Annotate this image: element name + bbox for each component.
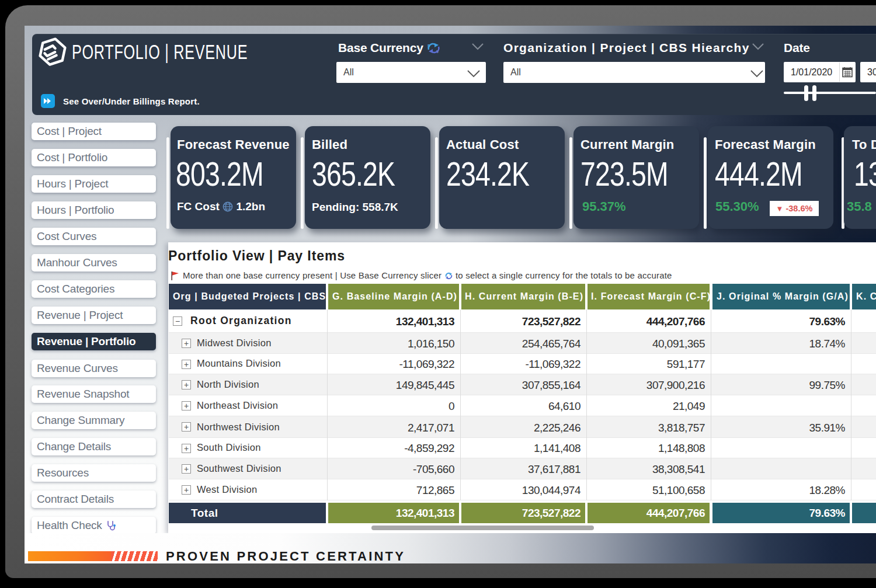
svg-text:¥: ¥ [436,49,439,54]
svg-text:$: $ [427,43,430,48]
